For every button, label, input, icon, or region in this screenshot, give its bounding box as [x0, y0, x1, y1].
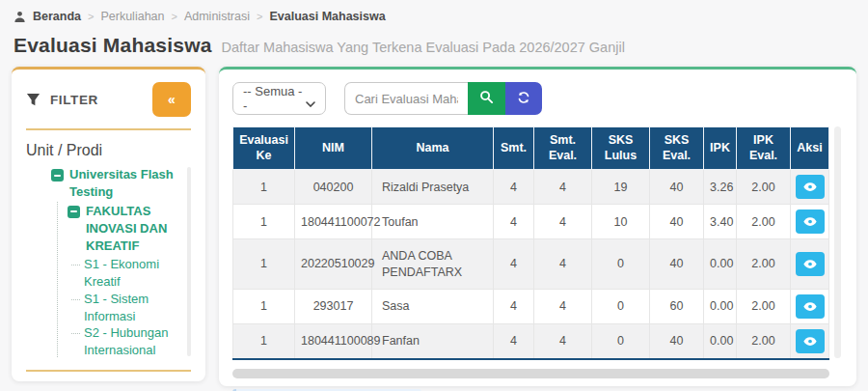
tree-vertical-scrollbar[interactable]	[187, 167, 191, 356]
cell-ipk-eval: 2.00	[737, 205, 791, 239]
view-detail-button[interactable]	[796, 294, 825, 319]
cell-nama: Toufan	[372, 205, 494, 239]
cell-smt-eval: 4	[534, 205, 592, 239]
eye-icon	[803, 257, 817, 271]
cell-ipk: 3.40	[704, 205, 737, 239]
table-row: 1 040200 Rizaldi Prasetya 4 4 19 40 3.26…	[233, 170, 829, 205]
cell-sks-lulus: 10	[592, 205, 650, 239]
cell-ipk-eval: 2.00	[737, 239, 791, 290]
column-header-aksi: Aksi	[791, 127, 829, 170]
column-header-ipk: IPK	[704, 127, 737, 170]
table-row: 1 293017 Sasa 4 4 0 60 0.00 2.00	[233, 289, 829, 323]
view-detail-button[interactable]	[796, 209, 825, 234]
breadcrumb-current: Evaluasi Mahasiswa	[269, 10, 385, 23]
filter-icon	[26, 93, 41, 107]
page-title: Evaluasi Mahasiswa	[14, 34, 212, 57]
cell-sks-eval: 40	[650, 170, 704, 205]
cell-nim: 293017	[295, 289, 372, 323]
eye-icon	[803, 299, 817, 314]
cell-smt: 4	[494, 205, 534, 239]
breadcrumb-link-perkuliahan[interactable]: Perkuliahan	[100, 10, 164, 23]
column-header-evaluasi-ke: Evaluasi Ke	[233, 127, 295, 170]
tree-leaf-prodi[interactable]: S1 - Ekonomi Kreatif	[77, 256, 191, 291]
view-detail-button[interactable]	[796, 252, 825, 276]
cell-sks-lulus: 0	[592, 239, 650, 290]
filter-header: FILTER «	[26, 82, 191, 117]
status-filter-select[interactable]: -- Semua --	[232, 82, 326, 115]
cell-smt-eval: 4	[534, 239, 592, 290]
cell-smt: 4	[494, 289, 534, 323]
cell-ipk: 3.26	[704, 170, 737, 205]
cell-evaluasi-ke: 1	[233, 205, 295, 239]
eye-icon	[803, 214, 817, 229]
chevron-down-icon	[306, 96, 315, 101]
divider	[26, 128, 191, 130]
cell-nama: ANDA COBA PENDAFTARX	[372, 239, 494, 290]
tree-node-label[interactable]: FAKULTAS INOVASI DAN KREATIF	[86, 203, 191, 255]
search-button[interactable]	[468, 82, 505, 115]
tree-node-universitas[interactable]: Universitas Flash Testing	[51, 165, 191, 202]
column-header-nama: Nama	[372, 127, 494, 170]
refresh-icon	[517, 91, 530, 107]
tree-leaf-prodi[interactable]: S1 - Sistem Informasi	[77, 291, 191, 325]
cell-ipk-eval: 2.00	[737, 323, 791, 359]
cell-evaluasi-ke: 1	[233, 289, 295, 323]
cell-ipk-eval: 2.00	[737, 170, 791, 205]
search-icon	[479, 90, 494, 107]
table-horizontal-scrollbar[interactable]	[232, 369, 829, 378]
cell-sks-lulus: 0	[592, 323, 650, 359]
cell-ipk-eval: 2.00	[737, 289, 791, 323]
search-group	[344, 82, 542, 115]
evaluation-table: Evaluasi Ke NIM Nama Smt. Smt. Eval. SKS…	[232, 126, 829, 360]
cell-sks-eval: 40	[650, 205, 704, 239]
column-header-smt: Smt.	[494, 127, 534, 170]
collapse-node-icon[interactable]	[68, 206, 80, 218]
tree-leaf-prodi[interactable]: S2 - Hubungan Internasional	[77, 324, 191, 358]
cell-ipk: 0.00	[704, 289, 737, 323]
table-vertical-scrollbar[interactable]	[834, 126, 841, 358]
cell-nim: 180441100089	[295, 323, 372, 359]
collapse-filter-button[interactable]: «	[152, 82, 191, 117]
column-header-smt-eval: Smt. Eval.	[534, 127, 592, 170]
cell-nama: Sasa	[372, 289, 494, 323]
search-input[interactable]	[344, 82, 468, 115]
tree-node-fakultas[interactable]: FAKULTAS INOVASI DAN KREATIF	[68, 202, 191, 256]
eye-icon	[803, 180, 817, 194]
refresh-button[interactable]	[505, 82, 542, 115]
filter-panel: FILTER « Unit / Prodi Universitas Flash …	[12, 67, 205, 381]
cell-smt-eval: 4	[534, 289, 592, 323]
page-subtitle: Daftar Mahasiswa Yang Terkena Evaluasi P…	[222, 40, 625, 55]
cell-ipk: 0.00	[704, 323, 737, 359]
table-row: 1 180441100089 Fanfan 4 4 0 40 0.00 2.00	[233, 323, 829, 359]
evaluation-list-panel: -- Semua --	[219, 67, 856, 386]
table-header-row: Evaluasi Ke NIM Nama Smt. Smt. Eval. SKS…	[233, 127, 829, 170]
cell-sks-eval: 60	[650, 289, 704, 323]
cell-smt: 4	[494, 170, 534, 205]
status-filter-value: -- Semua --	[243, 84, 306, 113]
cell-nim: 20220510029	[295, 239, 372, 290]
toolbar: -- Semua --	[232, 82, 843, 115]
divider	[26, 370, 191, 372]
unit-prodi-section-label: Unit / Prodi	[26, 142, 191, 159]
view-detail-button[interactable]	[796, 175, 825, 199]
breadcrumb: Beranda > Perkuliahan > Administrasi > E…	[12, 8, 856, 25]
cell-smt: 4	[494, 323, 534, 359]
page: Beranda > Perkuliahan > Administrasi > E…	[0, 0, 868, 391]
breadcrumb-home-link[interactable]: Beranda	[33, 10, 81, 23]
view-detail-button[interactable]	[796, 329, 825, 353]
unit-prodi-tree: Universitas Flash Testing FAKULTAS INOVA…	[26, 165, 191, 358]
collapse-node-icon[interactable]	[51, 169, 64, 182]
user-icon	[14, 11, 26, 23]
breadcrumb-separator: >	[257, 11, 262, 22]
breadcrumb-link-administrasi[interactable]: Administrasi	[184, 10, 250, 23]
table-row: 1 180441100072 Toufan 4 4 10 40 3.40 2.0…	[233, 205, 829, 239]
cell-nama: Fanfan	[372, 323, 494, 359]
cell-ipk: 0.00	[704, 239, 737, 290]
cell-sks-lulus: 19	[592, 170, 650, 205]
cell-sks-lulus: 0	[592, 289, 650, 323]
filter-title: FILTER	[26, 93, 98, 107]
tree-node-label[interactable]: Universitas Flash Testing	[69, 166, 191, 201]
eye-icon	[803, 334, 817, 349]
breadcrumb-separator: >	[171, 11, 176, 22]
filter-label: FILTER	[50, 93, 98, 107]
